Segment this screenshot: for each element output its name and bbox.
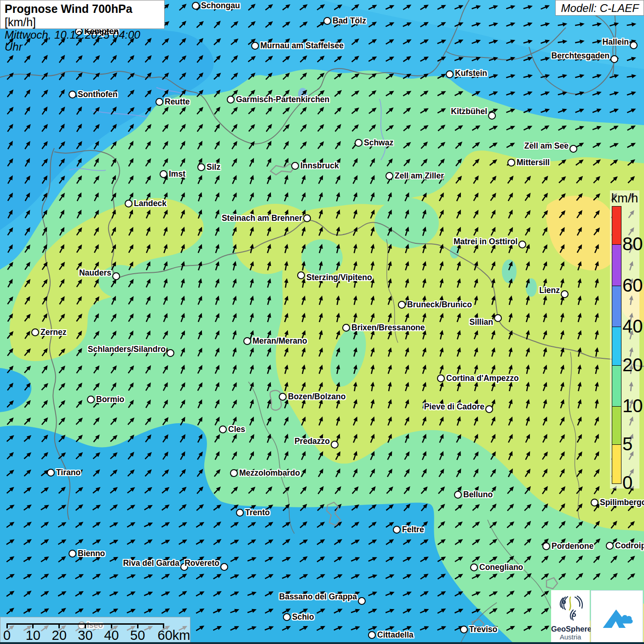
forecast-datetime: Mittwoch, 10.12.2025 04:00 Uhr bbox=[5, 29, 160, 53]
scale-label: 20 bbox=[52, 628, 67, 643]
scale-label: 0 bbox=[3, 628, 11, 643]
scale-label: 10 bbox=[26, 628, 40, 643]
legend-label: 60 bbox=[622, 276, 643, 294]
scale-label: 30 bbox=[78, 628, 92, 643]
mountain-cloud-icon bbox=[597, 598, 637, 635]
legend-color-bar bbox=[612, 206, 621, 484]
legend-label: 0 bbox=[622, 473, 632, 492]
model-label-box: Modell: C-LAEF bbox=[555, 0, 644, 16]
legend-unit-label: km/h bbox=[611, 191, 638, 206]
legend-segment-2 bbox=[612, 286, 621, 327]
legend-segment-6 bbox=[612, 445, 621, 483]
wind-speed-legend: km/h 806040201050 bbox=[610, 190, 639, 489]
legend-label: 40 bbox=[622, 317, 643, 335]
map-bottom-edge bbox=[0, 642, 644, 644]
legend-label: 20 bbox=[622, 356, 643, 374]
forecast-title-main: Prognose Wind 700hPa bbox=[5, 2, 132, 15]
scale-label: 40 bbox=[104, 628, 119, 643]
region-teal-spot-1 bbox=[502, 259, 517, 283]
legend-label: 10 bbox=[622, 397, 643, 415]
map-scale-bar: 0102030405060km bbox=[0, 617, 190, 644]
avalanche-warning-logo-box bbox=[591, 590, 643, 643]
scale-label: 50 bbox=[130, 628, 145, 643]
weather-map-page: SchongauBad TölzKemptenMurnau am Staffel… bbox=[0, 0, 644, 644]
forecast-title-units: [km/h] bbox=[5, 16, 36, 29]
forecast-title-box: Prognose Wind 700hPa [km/h] Mittwoch, 10… bbox=[0, 0, 165, 29]
region-green-notch-nauders bbox=[98, 265, 143, 298]
geosphere-name: GeoSphere bbox=[551, 625, 590, 633]
legend-label: 5 bbox=[622, 435, 632, 453]
map-canvas bbox=[0, 0, 644, 644]
legend-segment-5 bbox=[612, 407, 621, 445]
legend-segment-0 bbox=[612, 207, 621, 245]
scale-label: 60km bbox=[158, 628, 190, 643]
forecast-title: Prognose Wind 700hPa [km/h] bbox=[5, 2, 160, 29]
legend-segment-3 bbox=[612, 327, 621, 366]
legend-label: 80 bbox=[622, 235, 643, 253]
geosphere-sub: Austria bbox=[551, 633, 590, 641]
geosphere-logo-box: GeoSphere Austria bbox=[551, 590, 590, 644]
legend-segment-4 bbox=[612, 366, 621, 407]
legend-segment-1 bbox=[612, 245, 621, 286]
geosphere-contour-icon bbox=[557, 594, 584, 622]
